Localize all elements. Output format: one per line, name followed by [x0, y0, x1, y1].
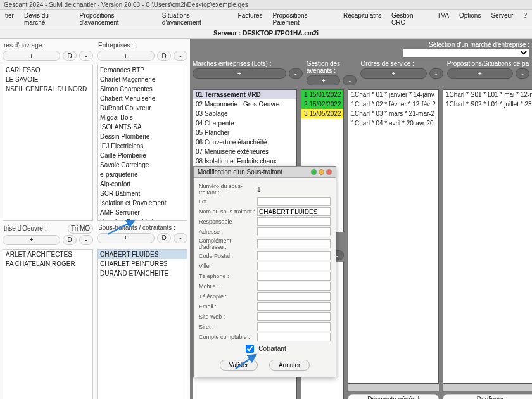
cp-field[interactable] [257, 251, 331, 260]
minus-button[interactable]: - [79, 235, 93, 245]
minus-button[interactable]: - [516, 68, 529, 79]
list-item[interactable]: 1Charl * 03 * mars * 21-mar-2 [348, 109, 438, 118]
tri-mo-button[interactable]: Tri MO [68, 224, 93, 234]
list-item[interactable]: 1Charl * S02 * L01 * juillet * 23 [443, 99, 532, 109]
minimize-icon[interactable] [311, 169, 317, 175]
list-item[interactable]: CHARLET PEINTURES [98, 259, 187, 269]
add-button[interactable]: + [3, 235, 60, 245]
list-item[interactable]: Fernandes BTP [98, 65, 187, 75]
maximize-icon[interactable] [319, 169, 324, 175]
add-button[interactable]: + [447, 68, 513, 79]
minus-button[interactable]: - [429, 68, 443, 79]
list-item[interactable]: 01 Terrassement VRD [193, 90, 296, 99]
list-item[interactable]: PA CHATELAIN ROGER [3, 259, 92, 269]
responsable-field[interactable] [257, 217, 331, 226]
list-item[interactable]: IEJ Electriciens [98, 141, 187, 151]
valider-button[interactable]: Valider [220, 360, 258, 370]
list-item[interactable]: Savoie Carrelage [98, 160, 187, 170]
email-field[interactable] [257, 302, 331, 311]
nom-field[interactable] [257, 207, 331, 216]
complement-field[interactable] [257, 239, 331, 248]
menu-item[interactable]: Serveur [488, 11, 516, 27]
minus-button[interactable]: - [174, 51, 187, 61]
list-item[interactable]: 1Charl * 01 * janvier * 14-janv [348, 90, 438, 99]
compte-field[interactable] [257, 332, 331, 341]
menu-item[interactable]: TVA [434, 11, 452, 27]
menu-item[interactable]: Propositions d'avancement [77, 11, 155, 27]
menu-item[interactable]: ? [521, 11, 529, 27]
list-item[interactable]: Caille Plomberie [98, 151, 187, 160]
list-item[interactable]: e-parqueterie [98, 170, 187, 179]
telephone-field[interactable] [257, 272, 331, 281]
list-item[interactable]: CARLESSO [3, 65, 92, 75]
list-item[interactable]: NSEIL GENERAL DU NORD [3, 84, 92, 94]
list-item[interactable]: 06 Couverture étanchéité [193, 137, 296, 147]
list-item[interactable]: Charlet Maçonnerie [98, 75, 187, 84]
list-item[interactable]: Simon Charpentes [98, 84, 187, 94]
list-item[interactable]: 03 Sablage [193, 109, 296, 118]
adresse-field[interactable] [257, 227, 331, 236]
d-button[interactable]: D [157, 233, 171, 243]
close-icon[interactable] [326, 169, 332, 175]
list-item[interactable]: Chabert Menuiserie [98, 94, 187, 103]
siteweb-field[interactable] [257, 312, 331, 321]
siret-field[interactable] [257, 322, 331, 331]
window-controls[interactable] [311, 169, 332, 175]
d-button[interactable]: D [157, 51, 171, 61]
list-item[interactable]: 1 15/01/2022 [301, 90, 343, 99]
d-button[interactable]: D [63, 235, 77, 245]
list-item[interactable]: ISOLANTS SA [98, 122, 187, 132]
list-item[interactable]: 1Charl * S01 * L01 * mai * 12-m [443, 90, 532, 99]
ville-field[interactable] [257, 262, 331, 270]
add-button[interactable]: + [193, 68, 286, 79]
marche-select[interactable] [403, 48, 529, 58]
list-item[interactable]: 07 Menuiserie extérieures [193, 147, 296, 156]
cotraitant-checkbox[interactable] [246, 345, 254, 353]
ordres-service-list[interactable]: 1Charl * 01 * janvier * 14-janv1Charl * … [348, 89, 438, 384]
list-item[interactable]: ARLET ARCHITECTES [3, 250, 92, 259]
menu-item[interactable]: Options [457, 11, 483, 27]
d-button[interactable]: D [63, 51, 77, 61]
telecopie-field[interactable] [257, 292, 331, 301]
list-item[interactable]: LE SAVOIE [3, 75, 92, 84]
minus-button[interactable]: - [343, 75, 357, 86]
maitres-ouvrage-list[interactable]: CARLESSOLE SAVOIENSEIL GENERAL DU NORD [3, 65, 93, 221]
list-item[interactable]: DuRand Couvreur [98, 103, 187, 113]
list-item[interactable]: Migdal Bois [98, 113, 187, 122]
dupliquer-button[interactable]: Dupliquer [443, 394, 532, 399]
add-button[interactable]: + [97, 233, 155, 243]
entreprises-list[interactable]: Fernandes BTPCharlet MaçonnerieSimon Cha… [97, 65, 187, 221]
menu-item[interactable]: Récapitulatifs [341, 11, 384, 27]
list-item[interactable]: 05 Plancher [193, 128, 296, 137]
list-item[interactable]: Isolation et Ravalement [98, 198, 187, 208]
list-item[interactable]: 2 15/02/2022 [301, 99, 343, 109]
propositions-list[interactable]: 1Charl * S01 * L01 * mai * 12-m1Charl * … [443, 89, 532, 384]
list-item[interactable]: 08 Isolation et Enduits chaux [193, 156, 296, 166]
menu-item[interactable]: Factures [236, 11, 265, 27]
add-button[interactable]: + [3, 51, 60, 61]
list-item[interactable]: Hygyène Dauphiné [98, 217, 187, 221]
add-button[interactable]: + [97, 51, 155, 61]
lot-field[interactable] [257, 197, 331, 206]
list-item[interactable]: SCR Bâtiment [98, 189, 187, 198]
list-item[interactable]: Alp-confort [98, 179, 187, 189]
list-item[interactable]: 1Charl * 04 * avril * 20-avr-20 [348, 118, 438, 128]
menu-item[interactable]: Gestion CRC [389, 11, 429, 27]
minus-button[interactable]: - [289, 68, 303, 79]
list-item[interactable]: CHABERT FLUIDES [98, 250, 187, 259]
list-item[interactable]: 04 Charpente [193, 118, 296, 128]
mobile-field[interactable] [257, 282, 331, 291]
list-item[interactable]: AMF Serrurier [98, 208, 187, 217]
menu-item[interactable]: Devis du marché [22, 11, 72, 27]
list-item[interactable]: DURAND ETANCHEITE [98, 269, 187, 278]
list-item[interactable]: Dessin Plomberie [98, 132, 187, 141]
list-item[interactable]: 3 15/05/2022 [301, 109, 343, 118]
annuler-button[interactable]: Annuler [269, 360, 310, 370]
sous-traitants-list[interactable]: CHABERT FLUIDESCHARLET PEINTURESDURAND E… [97, 249, 187, 400]
decompte-button[interactable]: Décompte général [348, 394, 438, 399]
menu-item[interactable]: Propositions Paiement [270, 11, 336, 27]
list-item[interactable]: 1Charl * 02 * février * 12-fév-2 [348, 99, 438, 109]
menu-item[interactable]: Situations d'avancement [160, 11, 231, 27]
add-button[interactable]: + [360, 68, 426, 79]
maitrise-oeuvre-list[interactable]: ARLET ARCHITECTESPA CHATELAIN ROGER [3, 249, 93, 400]
